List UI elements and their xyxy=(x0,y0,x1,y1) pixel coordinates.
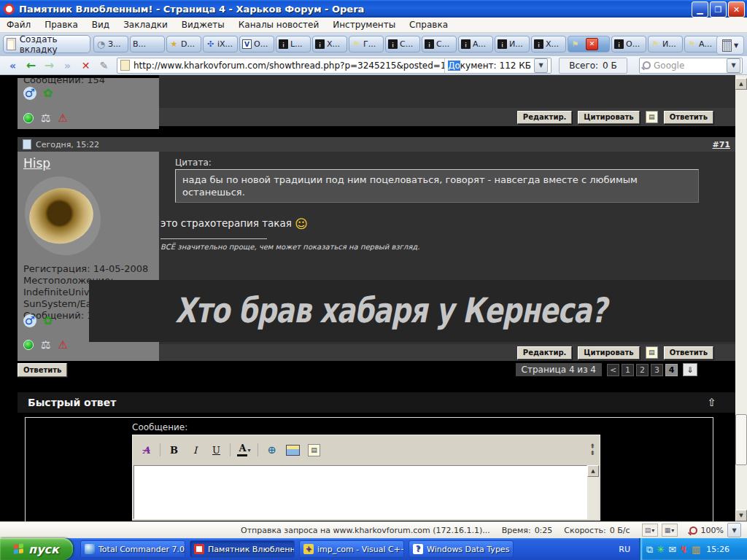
reply-button[interactable]: Ответить xyxy=(664,346,713,359)
insert-link-button[interactable]: ⊕ xyxy=(263,441,281,459)
edit-button[interactable]: Редактир. xyxy=(517,111,572,124)
menu-widgets[interactable]: Виджеты xyxy=(182,20,225,30)
restore-button[interactable]: ❐ xyxy=(710,1,727,18)
close-tab-icon[interactable]: ✕ xyxy=(586,38,598,50)
tab-10[interactable]: ¡С... xyxy=(422,36,457,52)
page-3-button[interactable]: 3 xyxy=(651,364,663,376)
menu-file[interactable]: Файл xyxy=(7,20,31,30)
reply-button[interactable]: Ответить xyxy=(664,111,713,124)
pencil-icon[interactable]: ✎ xyxy=(96,58,112,73)
scroll-up-icon[interactable]: ▲ xyxy=(735,78,747,90)
tab-2[interactable]: В... xyxy=(130,36,165,52)
reputation-scales-icon[interactable]: ⚖ xyxy=(41,338,50,351)
chevron-down-icon[interactable]: ▼ xyxy=(534,58,548,73)
page-2-button[interactable]: 2 xyxy=(636,364,649,376)
zoom-control[interactable]: 100% ▼ xyxy=(689,523,741,537)
task-total-commander[interactable]: Total Commander 7.0... xyxy=(80,540,185,558)
multiquote-icon[interactable]: ▤ xyxy=(646,111,658,123)
tab-9[interactable]: ¡С... xyxy=(385,36,420,52)
view-mode-button[interactable]: ▦▾ xyxy=(662,524,678,537)
closed-tabs-trash-button[interactable]: ▼ xyxy=(716,36,744,55)
gender-male-icon: ♂ xyxy=(23,87,36,100)
chevron-down-icon[interactable]: ▼ xyxy=(727,58,740,73)
task-opera-active[interactable]: Памятник Влюбленн... xyxy=(190,540,295,558)
task-visual-cpp[interactable]: +imp_com - Visual C++... xyxy=(299,540,404,558)
post-number-link[interactable]: #71 xyxy=(712,140,730,149)
font-color-button[interactable]: A▾ xyxy=(235,441,253,459)
url-text[interactable]: http://www.kharkovforum.com/showthread.p… xyxy=(133,61,444,71)
menu-tools[interactable]: Инструменты xyxy=(333,20,395,30)
collapse-up-icon[interactable]: ⇧ xyxy=(707,396,716,409)
user-avatar[interactable] xyxy=(25,176,101,255)
tab-3[interactable]: ★D... xyxy=(166,36,201,52)
tab-15[interactable]: ¡О... xyxy=(611,36,646,52)
message-textarea[interactable] xyxy=(133,465,587,519)
quote-bbcode-button[interactable]: ▤ xyxy=(305,441,323,459)
archive-icon[interactable]: ▥ xyxy=(692,545,700,554)
chevron-down-icon[interactable]: ▼ xyxy=(727,523,741,537)
underline-button[interactable]: U xyxy=(207,441,225,459)
menu-bookmarks[interactable]: Закладки xyxy=(123,20,168,30)
tab-7[interactable]: ¡X... xyxy=(312,36,347,52)
username-link[interactable]: Hisp xyxy=(23,156,50,171)
page-1-button[interactable]: 1 xyxy=(622,364,634,376)
chevron-down-icon: ▾ xyxy=(247,447,250,454)
fast-forward-button[interactable]: » xyxy=(59,58,76,73)
multiquote-icon[interactable]: ▤ xyxy=(646,346,658,359)
task-help-window[interactable]: ?Windows Data Types ... xyxy=(409,540,514,558)
menu-feeds[interactable]: Каналы новостей xyxy=(239,20,319,30)
close-button[interactable]: ✕ xyxy=(728,1,745,18)
address-input[interactable]: http://www.kharkovforum.com/showthread.p… xyxy=(117,58,551,74)
images-toggle-button[interactable]: ▤▾ xyxy=(642,524,658,537)
prev-page-button[interactable]: < xyxy=(607,364,619,376)
bold-button[interactable]: B xyxy=(165,441,183,459)
italic-button[interactable]: I xyxy=(186,441,204,459)
antivirus-icon[interactable]: ✳ xyxy=(657,545,665,554)
menu-view[interactable]: Вид xyxy=(92,20,109,30)
scrollbar-thumb[interactable] xyxy=(735,414,747,465)
menu-edit[interactable]: Правка xyxy=(44,20,78,30)
back-button[interactable]: ← xyxy=(23,58,39,73)
rewind-button[interactable]: « xyxy=(4,58,21,73)
network-icon[interactable]: ⧉ xyxy=(646,545,653,554)
editor-scrollbar[interactable]: ▲ xyxy=(587,465,599,519)
scroll-down-icon[interactable]: ▼ xyxy=(735,510,747,521)
title-bar[interactable]: Памятник Влюбленным! - Страница 4 - Харь… xyxy=(0,0,747,18)
scroll-up-icon[interactable]: ▲ xyxy=(587,465,599,477)
reputation-scales-icon[interactable]: ⚖ xyxy=(41,112,50,125)
user-status-icons: ⚖ ⚠ xyxy=(23,338,68,351)
menu-help[interactable]: Справка xyxy=(409,20,448,30)
mail-icon[interactable]: ✉ xyxy=(668,545,676,554)
start-button[interactable]: пуск xyxy=(0,538,73,560)
quote-button[interactable]: Цитировать xyxy=(578,346,639,359)
insert-image-button[interactable] xyxy=(284,441,302,459)
report-warning-icon[interactable]: ⚠ xyxy=(58,338,67,351)
download-manager-icon[interactable]: ↯ xyxy=(680,545,688,554)
tab-16[interactable]: ⚑И... xyxy=(648,36,683,52)
tab-11[interactable]: ¡А... xyxy=(458,36,493,52)
search-input[interactable]: Google ▼ xyxy=(639,58,743,74)
tab-active[interactable]: ⚑✕ xyxy=(568,36,610,52)
edit-button[interactable]: Редактир. xyxy=(517,346,572,359)
editor-resize-arrows[interactable]: ⇞⇟ xyxy=(589,443,595,456)
quick-reply-panel: Сообщение: A B I U A▾ ⊕ ▤ ⇞⇟ xyxy=(25,417,713,521)
forward-button[interactable]: → xyxy=(41,58,58,73)
new-tab-button[interactable]: Создать вкладку xyxy=(3,35,90,53)
tab-4[interactable]: ✣iX... xyxy=(203,36,238,52)
tab-1[interactable]: ◔З... xyxy=(93,36,128,52)
tab-12[interactable]: ¡И... xyxy=(495,36,530,52)
remove-format-button[interactable]: A xyxy=(137,441,155,459)
quote-button[interactable]: Цитировать xyxy=(578,111,639,124)
stop-button[interactable]: ✕ xyxy=(77,58,94,73)
language-indicator[interactable]: RU xyxy=(619,538,630,560)
tab-8[interactable]: ⚑Г... xyxy=(349,36,384,52)
tab-5[interactable]: VО... xyxy=(239,36,274,52)
minimize-button[interactable]: ▁ xyxy=(692,1,708,18)
tab-17[interactable]: ⚑А... xyxy=(684,36,719,52)
jump-to-page-button[interactable]: ⇓ xyxy=(683,363,697,376)
tab-13[interactable]: ¡Х... xyxy=(531,36,566,52)
ad-banner[interactable]: Хто брав хабаря у Кернеса? xyxy=(89,280,735,342)
report-warning-icon[interactable]: ⚠ xyxy=(58,112,67,125)
page-scrollbar[interactable]: ▲ ▼ xyxy=(735,75,747,521)
tab-6[interactable]: ¡L... xyxy=(276,36,311,52)
